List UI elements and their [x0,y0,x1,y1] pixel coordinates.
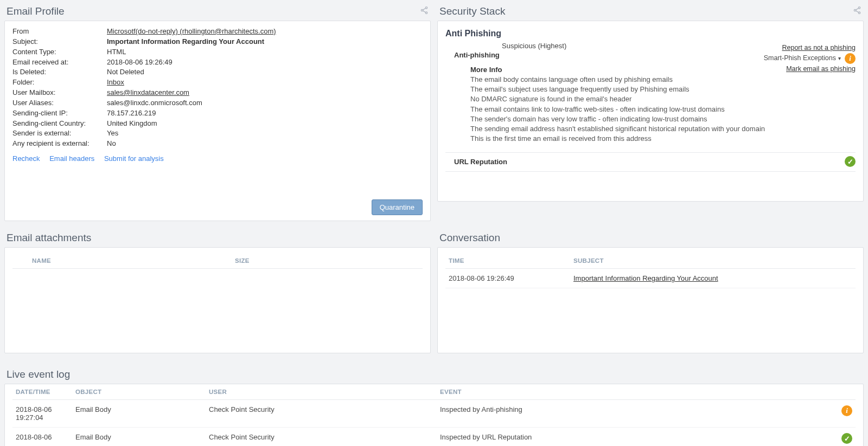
is-deleted-label: Is Deleted: [12,67,107,77]
attachments-col-name[interactable]: NAME [16,257,235,264]
content-type-label: Content Type: [12,47,107,57]
received-at-value: 2018-08-06 19:26:49 [107,57,173,68]
security-stack-panel: Anti Phishing Suspicious (Highest) Anti-… [437,21,864,202]
user-mailbox-value[interactable]: sales@linxdatacenter.com [107,88,189,96]
more-info-line: The email contains link to low-traffic w… [470,105,856,114]
more-info-line: The email's subject uses language freque… [470,85,856,94]
conversation-row[interactable]: 2018-08-06 19:26:49Important Information… [445,269,856,288]
recipient-external-label: Any recipient is external: [12,139,107,149]
log-event: Inspected by Anti-phishing [440,405,831,422]
log-datetime: 2018-08-06 [16,433,75,444]
attachments-title: Email attachments [7,232,91,244]
info-icon: i [841,405,852,416]
svg-line-4 [423,11,425,12]
log-row[interactable]: 2018-08-06 19:27:04Email BodyCheck Point… [12,400,856,428]
mark-as-phishing-link[interactable]: Mark email as phishing [786,64,856,74]
submit-analysis-link[interactable]: Submit for analysis [104,154,164,163]
check-icon: ✓ [845,156,856,167]
user-aliases-label: User Aliases: [12,98,107,108]
svg-line-3 [423,8,425,10]
recheck-link[interactable]: Recheck [12,154,40,163]
conversation-col-subject[interactable]: SUBJECT [573,257,852,264]
sender-external-label: Sender is external: [12,128,107,139]
more-info-line: The sending email address hasn't establi… [470,124,856,134]
email-profile-title: Email Profile [7,5,65,17]
log-col-datetime[interactable]: DATE/TIME [16,389,75,395]
chevron-down-icon: ▾ [838,55,841,61]
folder-label: Folder: [12,77,107,88]
quarantine-button[interactable]: Quarantine [372,199,423,215]
event-log-panel: DATE/TIME OBJECT USER EVENT 2018-08-06 1… [4,384,864,446]
email-profile-panel: FromMicrosotf(do-not-reply) (rhollington… [4,21,431,221]
subject-label: Subject: [12,37,107,47]
more-info-line: The email body contains language often u… [470,75,856,85]
smart-phish-exceptions-dropdown[interactable]: Smart-Phish Exceptions ▾ [764,54,841,62]
share-icon[interactable] [853,5,861,17]
event-log-title: Live event log [7,369,70,380]
user-mailbox-label: User Mailbox: [12,88,107,98]
svg-line-8 [856,8,858,10]
is-deleted-value: Not Deleted [107,67,144,77]
email-headers-link[interactable]: Email headers [49,154,94,163]
from-value[interactable]: Microsotf(do-not-reply) (rhollington@rha… [107,27,276,35]
sending-ip-value: 78.157.216.219 [107,108,156,119]
info-icon[interactable]: i [845,53,856,64]
subject-value: Important Information Regarding Your Acc… [107,37,264,47]
svg-line-9 [856,11,858,12]
anti-phishing-subheading: Anti-phishing [454,51,508,59]
report-not-phishing-link[interactable]: Report as not a phishing [782,43,856,53]
conversation-title: Conversation [439,232,500,244]
log-datetime: 2018-08-06 19:27:04 [16,405,75,422]
content-type-value: HTML [107,47,126,57]
attachments-panel: NAME SIZE [4,247,431,353]
user-aliases-value: sales@linxdc.onmicrosoft.com [107,98,202,108]
log-user: Check Point Security [209,433,440,444]
log-col-user[interactable]: USER [209,389,440,395]
conversation-time: 2018-08-06 19:26:49 [449,274,573,282]
log-user: Check Point Security [209,405,440,422]
sender-external-value: Yes [107,128,118,139]
log-row[interactable]: 2018-08-06Email BodyCheck Point Security… [12,428,856,446]
log-col-event[interactable]: EVENT [440,389,831,395]
log-object: Email Body [75,433,209,444]
sending-country-value: United Kingdom [107,119,157,129]
check-icon: ✓ [841,433,852,444]
folder-value[interactable]: Inbox [107,78,124,86]
attachments-col-size[interactable]: SIZE [235,257,419,264]
conversation-panel: TIME SUBJECT 2018-08-06 19:26:49Importan… [437,247,864,353]
share-icon[interactable] [420,5,429,17]
security-stack-title: Security Stack [439,5,505,17]
log-object: Email Body [75,405,209,422]
recipient-external-value: No [107,139,116,149]
received-at-label: Email received at: [12,57,107,68]
more-info-line: No DMARC signature is found in the email… [470,94,856,104]
more-info-line: This is the first time an email is recei… [470,134,856,144]
more-info-line: The sender's domain has very low traffic… [470,114,856,124]
from-label: From [12,27,107,37]
sending-ip-label: Sending-client IP: [12,108,107,119]
log-event: Inspected by URL Reputation [440,433,831,444]
log-col-object[interactable]: OBJECT [75,389,209,395]
sending-country-label: Sending-client Country: [12,119,107,129]
conversation-subject-link[interactable]: Important Information Regarding Your Acc… [573,274,718,282]
conversation-col-time[interactable]: TIME [449,257,573,264]
url-reputation-label: URL Reputation [454,158,507,166]
